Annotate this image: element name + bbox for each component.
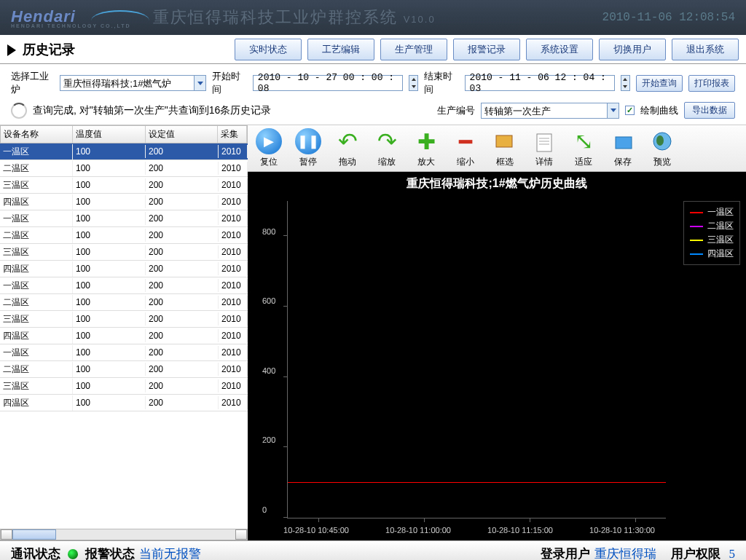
scroll-left-icon[interactable] — [1, 529, 12, 540]
nav-alarm-button[interactable]: 报警记录 — [453, 39, 520, 60]
table-row[interactable]: 二温区1002002010 — [0, 361, 248, 378]
preview-button[interactable]: 预览 — [643, 128, 682, 168]
reset-button[interactable]: ▶复位 — [249, 128, 288, 168]
login-user-label: 登录用户 — [541, 545, 590, 560]
endtime-label: 结束时间 — [424, 70, 458, 96]
table-row[interactable]: 一温区1002002010 — [0, 143, 248, 160]
svg-point-7 — [656, 135, 664, 146]
svg-rect-5 — [616, 137, 632, 149]
comm-led-icon — [68, 549, 78, 559]
nav-process-button[interactable]: 工艺编辑 — [307, 39, 374, 60]
svg-rect-0 — [496, 135, 512, 147]
chart-toolbar: ▶复位 ❚❚暂停 ↶拖动 ↷缩放 ✚放大 ━缩小 框选 详情 ⤡适应 保存 预览 — [248, 125, 746, 172]
table-row[interactable]: 三温区1002002010 — [0, 244, 248, 261]
table-row[interactable]: 四温区1002002010 — [0, 194, 248, 210]
starttime-field[interactable]: 2010 - 10 - 27 00 : 00 : 08 — [253, 75, 403, 91]
table-row[interactable]: 三温区1002002010 — [0, 378, 248, 395]
endtime-stepper[interactable] — [621, 75, 630, 91]
prodnum-select[interactable]: 转轴第一次生产 — [481, 103, 619, 119]
alarm-status-value: 当前无报警 — [139, 545, 201, 560]
table-row[interactable]: 二温区1002002010 — [0, 227, 248, 244]
x-tick-label: 10-28-10 11:00:00 — [385, 526, 451, 535]
zoomin-button[interactable]: ✚放大 — [407, 128, 446, 168]
page-title: 历史记录 — [7, 41, 75, 58]
starttime-stepper[interactable] — [409, 75, 418, 91]
nav-production-button[interactable]: 生产管理 — [380, 39, 447, 60]
y-tick-label: 400 — [262, 366, 275, 375]
prodnum-label: 生产编号 — [437, 104, 475, 117]
furnace-label: 选择工业炉 — [11, 70, 54, 96]
pause-button[interactable]: ❚❚暂停 — [288, 128, 328, 168]
play-arrow-icon — [7, 44, 16, 56]
login-user-value: 重庆恒得瑞 — [594, 545, 656, 560]
nav-realtime-button[interactable]: 实时状态 — [235, 39, 302, 60]
drawcurve-label: 绘制曲线 — [640, 104, 678, 117]
table-row[interactable]: 三温区1002002010 — [0, 177, 248, 194]
furnace-select[interactable]: 重庆恒得瑞科技;1#燃气炉 — [60, 75, 206, 91]
dropdown-arrow-icon — [194, 76, 205, 90]
query-button[interactable]: 开始查询 — [636, 75, 683, 92]
loading-spinner-icon — [11, 103, 27, 119]
table-row[interactable]: 一温区1002002010 — [0, 277, 248, 294]
starttime-label: 开始时间 — [212, 70, 246, 96]
nav-switchuser-button[interactable]: 切换用户 — [599, 39, 666, 60]
table-row[interactable]: 一温区1002002010 — [0, 210, 248, 227]
x-tick-label: 10-28-10 10:45:00 — [283, 526, 349, 535]
table-row[interactable]: 三温区1002002010 — [0, 311, 248, 328]
zoomout-button[interactable]: ━缩小 — [446, 128, 485, 168]
y-tick-label: 800 — [262, 227, 275, 236]
comm-status-label: 通讯状态 — [11, 545, 60, 560]
scroll-thumb[interactable] — [12, 529, 56, 540]
horizontal-scrollbar[interactable] — [0, 529, 248, 540]
x-tick-label: 10-28-10 11:15:00 — [487, 526, 553, 535]
table-header: 设备名称 温度值 设定值 采集 — [0, 125, 248, 143]
drag-button[interactable]: ↶拖动 — [328, 128, 367, 168]
export-button[interactable]: 导出数据 — [684, 102, 735, 119]
chart-canvas[interactable]: 重庆恒得瑞科技;1#燃气炉历史曲线 一温区二温区三温区四温区 020040060… — [248, 172, 746, 540]
y-tick-label: 600 — [262, 296, 275, 305]
dropdown-arrow-icon — [607, 103, 619, 118]
svg-rect-1 — [537, 134, 551, 151]
nav-settings-button[interactable]: 系统设置 — [526, 39, 593, 60]
chart-title: 重庆恒得瑞科技;1#燃气炉历史曲线 — [248, 172, 746, 196]
table-row[interactable]: 四温区1002002010 — [0, 395, 248, 411]
boxselect-button[interactable]: 框选 — [485, 128, 525, 168]
alarm-status-label: 报警状态 — [85, 545, 135, 560]
permission-label: 用户权限 — [671, 545, 721, 560]
chart-legend: 一温区二温区三温区四温区 — [683, 201, 740, 265]
y-tick-label: 0 — [262, 505, 267, 514]
scroll-right-icon[interactable] — [235, 529, 247, 540]
table-row[interactable]: 二温区1002002010 — [0, 160, 248, 177]
system-clock: 2010-11-06 12:08:54 — [602, 11, 735, 24]
data-table: 设备名称 温度值 设定值 采集 一温区1002002010二温区10020020… — [0, 125, 248, 540]
table-row[interactable]: 二温区1002002010 — [0, 294, 248, 311]
table-row[interactable]: 四温区1002002010 — [0, 261, 248, 277]
detail-button[interactable]: 详情 — [525, 128, 564, 168]
query-status-text: 查询完成, 对"转轴第一次生产"共查询到16条历史记录 — [33, 104, 271, 117]
table-row[interactable]: 一温区1002002010 — [0, 344, 248, 361]
series-line — [288, 482, 666, 484]
x-tick-label: 10-28-10 11:30:00 — [589, 526, 655, 535]
zoom-button[interactable]: ↷缩放 — [367, 128, 407, 168]
y-tick-label: 200 — [262, 435, 275, 444]
nav-exit-button[interactable]: 退出系统 — [672, 39, 739, 60]
save-button[interactable]: 保存 — [603, 128, 643, 168]
endtime-field[interactable]: 2010 - 11 - 06 12 : 04 : 03 — [465, 75, 615, 91]
drawcurve-checkbox[interactable]: ✓ — [625, 106, 635, 115]
table-row[interactable]: 四温区1002002010 — [0, 328, 248, 344]
permission-value: 5 — [729, 547, 736, 561]
fit-button[interactable]: ⤡适应 — [564, 128, 603, 168]
app-title: 重庆恒得瑞科技工业炉群控系统 V10.0 — [153, 7, 602, 28]
print-button[interactable]: 打印报表 — [688, 75, 735, 92]
